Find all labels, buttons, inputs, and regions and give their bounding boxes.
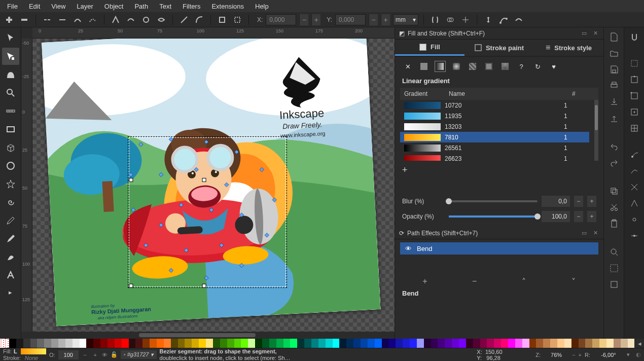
palette-swatch[interactable] <box>171 339 178 348</box>
palette-swatch[interactable] <box>550 339 557 348</box>
palette-swatch[interactable] <box>599 339 606 348</box>
opacity-slider[interactable] <box>449 215 538 218</box>
zoom-fit-icon[interactable] <box>609 246 620 258</box>
palette-swatch[interactable] <box>326 339 333 348</box>
paint-unset-button[interactable]: ↻ <box>532 61 543 72</box>
snap-node-icon[interactable] <box>629 149 640 160</box>
palette-swatch[interactable] <box>65 339 73 348</box>
tab-stroke-paint[interactable]: Stroke paint <box>464 40 534 56</box>
break-node-button[interactable] <box>41 14 53 26</box>
palette-swatch[interactable] <box>333 339 340 348</box>
panel-close-icon[interactable]: ✕ <box>591 29 599 38</box>
status-fill-swatch[interactable] <box>21 348 46 354</box>
palette-swatch[interactable] <box>592 339 599 348</box>
more-tools[interactable]: ▸ <box>2 287 19 297</box>
y-decrement[interactable]: − <box>369 14 378 25</box>
palette-swatch[interactable] <box>142 339 150 348</box>
blur-value[interactable]: 0,0 <box>542 196 570 207</box>
insert-node-button[interactable] <box>3 14 15 26</box>
paint-swatch-button[interactable] <box>483 61 494 72</box>
copy-icon[interactable] <box>609 186 620 197</box>
menu-extensions[interactable]: Extensions <box>206 1 249 12</box>
blur-increment[interactable]: + <box>587 196 596 207</box>
palette-swatch[interactable] <box>51 339 58 348</box>
palette-swatch[interactable] <box>353 339 361 348</box>
palette-swatch[interactable] <box>213 339 220 348</box>
menu-help[interactable]: Help <box>250 1 274 12</box>
palette-swatch[interactable] <box>58 339 65 348</box>
palette-swatch[interactable] <box>269 339 276 348</box>
palette-swatch[interactable] <box>375 339 382 348</box>
palette-swatch[interactable] <box>290 339 297 348</box>
node-smooth-button[interactable] <box>125 14 137 26</box>
show-handles-button[interactable] <box>497 14 510 26</box>
palette-swatch[interactable] <box>585 339 592 348</box>
menu-layer[interactable]: Layer <box>71 1 98 12</box>
palette-swatch[interactable] <box>283 339 291 348</box>
show-outline-button[interactable] <box>513 14 525 26</box>
snap-bbox-mid-icon[interactable] <box>629 106 640 118</box>
palette-swatch[interactable] <box>466 339 473 348</box>
status-opacity-inc[interactable]: + <box>92 352 99 358</box>
paint-flat-button[interactable] <box>418 61 430 72</box>
palette-swatch[interactable] <box>621 339 628 348</box>
opacity-decrement[interactable]: − <box>574 211 583 222</box>
palette-swatch[interactable] <box>346 339 353 348</box>
eye-icon[interactable]: 👁 <box>405 245 412 252</box>
lpe-remove-button[interactable]: − <box>467 277 482 286</box>
node-cusp-button[interactable] <box>110 14 122 26</box>
palette-swatch[interactable] <box>557 339 564 348</box>
tab-fill[interactable]: Fill <box>395 40 464 56</box>
stroke-to-path-button[interactable] <box>231 14 243 26</box>
palette-swatch[interactable] <box>115 339 122 348</box>
measure-tool[interactable] <box>2 102 19 120</box>
snap-path-icon[interactable] <box>629 165 640 176</box>
gradient-row-10720[interactable]: 107201 <box>400 100 589 111</box>
palette-swatch[interactable] <box>108 339 115 348</box>
y-coord-input[interactable] <box>335 14 366 25</box>
paint-mesh-button[interactable] <box>499 61 511 72</box>
palette-swatch[interactable] <box>606 339 614 348</box>
menu-object[interactable]: Object <box>99 1 129 12</box>
delete-node-button[interactable] <box>18 14 30 26</box>
palette-swatch[interactable] <box>515 339 522 348</box>
calligraphy-tool[interactable] <box>2 248 19 266</box>
palette-swatch[interactable] <box>339 339 346 348</box>
palette-swatch[interactable] <box>487 339 494 348</box>
palette-swatch[interactable] <box>30 339 38 348</box>
rect-tool[interactable] <box>2 121 19 138</box>
color-palette[interactable]: ◂ <box>0 339 644 348</box>
delete-segment-button[interactable] <box>87 14 99 26</box>
star-tool[interactable] <box>2 175 19 193</box>
palette-swatch[interactable] <box>206 339 213 348</box>
palette-swatch[interactable] <box>255 339 262 348</box>
export-icon[interactable] <box>609 113 620 124</box>
ellipse-tool[interactable] <box>2 157 19 174</box>
ruler-vertical[interactable]: -50 -25 0 25 50 75 100 125 <box>21 39 32 332</box>
palette-swatch[interactable] <box>424 339 431 348</box>
lock-icon[interactable]: 🔓 <box>111 351 118 358</box>
zoom-dec[interactable]: − <box>572 352 575 358</box>
sculpt-tool[interactable] <box>2 66 19 83</box>
snap-cusp-icon[interactable] <box>629 198 640 209</box>
selector-tool[interactable] <box>2 29 19 47</box>
zoom-tool[interactable] <box>2 84 19 101</box>
gradient-add-button[interactable]: + <box>395 161 603 179</box>
import-icon[interactable] <box>609 96 620 107</box>
canvas[interactable]: Inkscape Draw Freely. www.inkscape.org i… <box>32 39 395 332</box>
palette-swatch[interactable] <box>614 339 621 348</box>
ruler-horizontal[interactable]: 0 25 50 75 100 125 150 175 200 <box>32 27 395 39</box>
paint-radial-button[interactable] <box>451 61 462 72</box>
palette-swatch[interactable] <box>417 339 424 348</box>
palette-swatch[interactable] <box>529 339 536 348</box>
object-to-path-button[interactable] <box>216 14 228 26</box>
save-icon[interactable] <box>609 64 620 75</box>
palette-swatch[interactable] <box>368 339 375 348</box>
menu-view[interactable]: View <box>46 1 70 12</box>
palette-swatch[interactable] <box>135 339 142 348</box>
lpe-up-button[interactable]: ˄ <box>516 277 531 286</box>
palette-swatch[interactable] <box>522 339 529 348</box>
segment-curve-button[interactable] <box>193 14 205 26</box>
snap-midpoint-icon[interactable] <box>629 230 640 241</box>
palette-swatch[interactable] <box>494 339 501 348</box>
